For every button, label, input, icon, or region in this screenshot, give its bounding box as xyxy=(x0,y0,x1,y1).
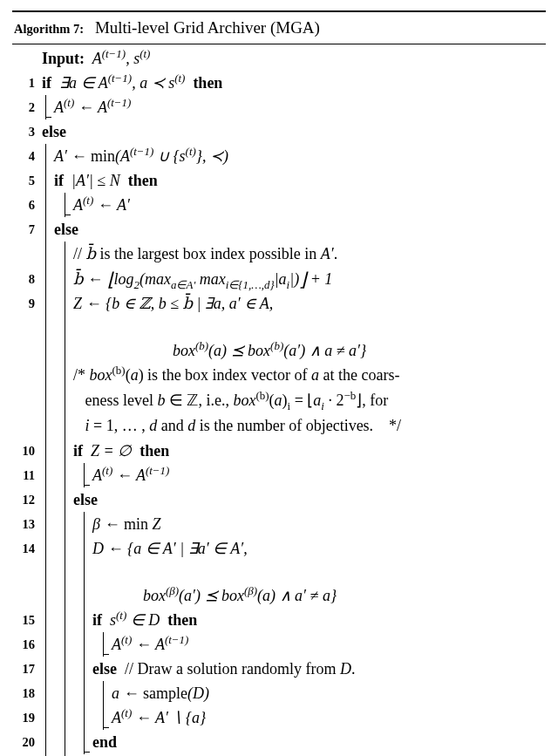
line-12: 12 else xyxy=(12,487,546,512)
expr-5: |A′| ≤ N xyxy=(68,172,125,189)
line-1: 1 if ∃a ∈ A(t−1), a ≺ s(t) then xyxy=(12,71,546,95)
input-row: 0 Input: A(t−1), s(t) xyxy=(12,46,546,71)
line-4: 4 A′ ← min(A(t−1) ∪ {s(t)}, ≺) xyxy=(12,144,546,168)
kw-then: then xyxy=(193,74,222,92)
algorithm-block: Algorithm 7: Multi-level Grid Archiver (… xyxy=(0,0,558,756)
input-keyword: Input: xyxy=(42,50,85,67)
lineno-10: 10 xyxy=(12,439,42,460)
line-9: 9 Z ← {b ∈ ℤ, b ≤ b̄ | ∃a, a′ ∈ A, xyxy=(12,291,546,315)
lineno-19: 19 xyxy=(12,705,42,727)
algorithm-body: 0 Input: A(t−1), s(t) 1 if ∃a ∈ A(t−1), … xyxy=(12,44,546,756)
line-13: 13 β ← min Z xyxy=(12,512,546,536)
line-9b: . box(b)(a) ⪯ box(b)(a′) ∧ a ≠ a′} xyxy=(12,316,546,363)
lineno-15: 15 xyxy=(12,608,42,630)
line-11: 11 A(t) ← A(t−1) xyxy=(12,463,546,487)
line-16: 16 A(t) ← A(t−1) xyxy=(12,632,546,657)
line-8: 8 b̄ ← ⌊log2(maxa∈A′ maxi∈{1,…,d}|ai|)⌋ … xyxy=(12,267,546,291)
line-19: 19 A(t) ← A′ ∖ {a} xyxy=(12,705,546,730)
line-17: 17 else // Draw a solution randomly from… xyxy=(12,657,546,681)
expr-10: Z = ∅ xyxy=(87,442,136,460)
expr-14b: box(β)(a′) ⪯ box(β)(a) ∧ a′ ≠ a} xyxy=(42,584,546,607)
kw-if: if xyxy=(54,172,64,189)
line-3: 3 else xyxy=(12,119,546,144)
line-20: 20 end xyxy=(12,730,546,754)
comment-draw: // Draw a solution randomly from D. xyxy=(120,660,355,678)
line-6: 6 A(t) ← A′ xyxy=(12,193,546,217)
line-7: 7 else xyxy=(12,217,546,242)
lineno-16: 16 xyxy=(12,632,42,654)
line-14: 14 D ← {a ∈ A′ | ∃a′ ∈ A′, xyxy=(12,536,546,560)
comment-bbar: . // b̄ is the largest box index possibl… xyxy=(12,242,546,267)
lineno-14: 14 xyxy=(12,536,42,558)
comment-box-3: . i = 1, … , d and d is the number of ob… xyxy=(12,413,546,439)
kw-end: end xyxy=(92,733,117,751)
lineno-18: 18 xyxy=(12,681,42,703)
kw-else: else xyxy=(42,123,66,140)
input-expr: A(t−1), s(t) xyxy=(89,50,151,67)
comment-box-text2: eness level b ∈ ℤ, i.e., box(b)(a)i = ⌊a… xyxy=(42,392,388,409)
expr-14a: D ← {a ∈ A′ | ∃a′ ∈ A′, xyxy=(42,540,248,557)
kw-else: else xyxy=(73,491,98,508)
lineno-3: 3 xyxy=(12,119,42,141)
lineno-13: 13 xyxy=(12,512,42,534)
comment-bbar-text: // b̄ is the largest box index possible … xyxy=(42,245,337,262)
lineno-7: 7 xyxy=(12,217,42,239)
line-14b: . box(β)(a′) ⪯ box(β)(a) ∧ a′ ≠ a} xyxy=(12,561,546,608)
line-18: 18 a ← sample(D) xyxy=(12,681,546,705)
kw-else: else xyxy=(92,660,117,678)
comment-box-2: . eness level b ∈ ℤ, i.e., box(b)(a)i = … xyxy=(12,388,546,413)
expr-11: A(t) ← A(t−1) xyxy=(42,467,169,484)
expr-4: A′ ← min(A(t−1) ∪ {s(t)}, ≺) xyxy=(42,147,228,165)
lineno-6: 6 xyxy=(12,193,42,215)
comment-box-text3: i = 1, … , d and d is the number of obje… xyxy=(42,417,401,434)
expr-1: ∃a ∈ A(t−1), a ≺ s(t) xyxy=(56,74,189,92)
lineno-4: 4 xyxy=(12,144,42,166)
expr-18: a ← sample(D) xyxy=(42,684,209,702)
expr-8: b̄ ← ⌊log2(maxa∈A′ maxi∈{1,…,d}|ai|)⌋ + … xyxy=(42,270,332,288)
kw-else: else xyxy=(54,221,78,238)
lineno-9: 9 xyxy=(12,291,42,313)
kw-if: if xyxy=(42,74,51,92)
kw-if: if xyxy=(73,442,83,460)
line-5: 5 if |A′| ≤ N then xyxy=(12,168,546,193)
expr-19: A(t) ← A′ ∖ {a} xyxy=(42,709,206,726)
comment-box-text1: /* box(b)(a) is the box index vector of … xyxy=(42,366,400,384)
lineno-20: 20 xyxy=(12,730,42,752)
kw-if: if xyxy=(92,611,102,629)
algorithm-header: Algorithm 7: Multi-level Grid Archiver (… xyxy=(12,10,546,44)
lineno-1: 1 xyxy=(12,71,42,92)
line-15: 15 if s(t) ∈ D then xyxy=(12,608,546,632)
comment-box-1: . /* box(b)(a) is the box index vector o… xyxy=(12,363,546,388)
lineno-8: 8 xyxy=(12,267,42,289)
expr-9b: box(b)(a) ⪯ box(b)(a′) ∧ a ≠ a′} xyxy=(42,339,546,362)
expr-2: A(t) ← A(t−1) xyxy=(42,99,131,116)
lineno-5: 5 xyxy=(12,168,42,190)
line-2: 2 A(t) ← A(t−1) xyxy=(12,95,546,119)
algorithm-title: Multi-level Grid Archiver (MGA) xyxy=(95,18,320,37)
expr-13: β ← min Z xyxy=(42,515,161,533)
expr-9a: Z ← {b ∈ ℤ, b ≤ b̄ | ∃a, a′ ∈ A, xyxy=(42,295,273,312)
algorithm-number: Algorithm 7: xyxy=(14,18,91,36)
expr-6: A(t) ← A′ xyxy=(42,196,130,214)
lineno-17: 17 xyxy=(12,657,42,678)
lineno-11: 11 xyxy=(12,463,42,485)
kw-then: then xyxy=(140,442,169,460)
kw-then: then xyxy=(167,611,197,629)
expr-15: s(t) ∈ D xyxy=(106,611,164,629)
kw-then: then xyxy=(128,172,158,189)
lineno-12: 12 xyxy=(12,487,42,509)
lineno-2: 2 xyxy=(12,95,42,117)
line-10: 10 if Z = ∅ then xyxy=(12,439,546,463)
